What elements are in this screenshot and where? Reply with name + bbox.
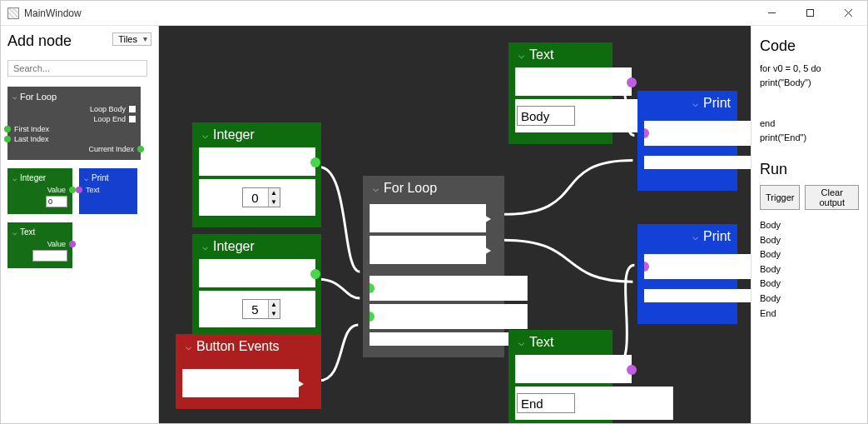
palette-node-integer[interactable]: Integer Value 0 <box>7 168 72 214</box>
port-text2-value-out[interactable] <box>627 365 637 375</box>
node-button-events[interactable]: Button Events On Click <box>176 334 321 409</box>
run-heading: Run <box>760 161 859 178</box>
node-integer-1-spinbox[interactable]: 0 ▲▼ <box>242 187 280 207</box>
spin-up-icon[interactable]: ▲ <box>269 300 280 309</box>
port-text1-value-out[interactable] <box>627 77 637 87</box>
app-icon <box>7 7 19 19</box>
output-line: End <box>760 307 859 322</box>
node-print-2[interactable]: Print Text <box>637 224 737 324</box>
node-forloop-loopbody-label: Loop Body <box>408 212 455 224</box>
node-forloop-loopend-label: Loop End <box>410 244 453 256</box>
code-output: for v0 = 0, 5 do print("Body") end print… <box>760 62 859 144</box>
port-forloop-loopbody-out[interactable] <box>483 214 491 224</box>
palette: For Loop Loop Body Loop End First Index … <box>7 87 151 268</box>
port-forloop-lastindex-in[interactable] <box>370 312 374 322</box>
port-integer1-value-out[interactable] <box>310 157 320 167</box>
search-container <box>7 60 151 77</box>
node-button-events-title: Button Events <box>196 339 280 354</box>
node-text-1[interactable]: Text Value Body <box>508 42 613 144</box>
node-forloop[interactable]: For Loop Loop Body Loop End First Index … <box>363 176 504 357</box>
port-forloop-exec-in[interactable] <box>370 334 373 344</box>
node-text-2-input[interactable]: End <box>517 393 575 413</box>
minimize-button[interactable] <box>752 1 791 25</box>
window-title: MainWindow <box>24 7 82 19</box>
port-forloop-firstindex-in[interactable] <box>370 283 374 293</box>
spin-down-icon[interactable]: ▼ <box>269 309 280 318</box>
port-integer2-value-out[interactable] <box>310 269 320 279</box>
palette-node-forloop[interactable]: For Loop Loop Body Loop End First Index … <box>7 87 141 160</box>
node-forloop-firstindex-label: First Index <box>379 282 426 294</box>
node-integer-2[interactable]: Integer Value 5 ▲▼ <box>192 234 321 339</box>
node-integer-1-title: Integer <box>213 127 255 142</box>
right-panel: Code for v0 = 0, 5 do print("Body") end … <box>751 26 867 423</box>
left-panel: Add node Tiles For Loop Loop Body Loop E… <box>1 26 159 423</box>
node-integer-1-value-label: Value <box>249 156 274 167</box>
app-window: MainWindow Add node Tiles <box>0 0 868 424</box>
close-button[interactable] <box>829 1 867 25</box>
palette-node-text[interactable]: Text Value <box>7 222 72 268</box>
code-heading: Code <box>760 37 859 55</box>
output-line: Body <box>760 247 859 262</box>
search-input[interactable] <box>7 60 147 77</box>
node-text-1-value-label: Value <box>565 76 590 87</box>
titlebar: MainWindow <box>1 1 867 26</box>
content: Add node Tiles For Loop Loop Body Loop E… <box>1 26 867 423</box>
clear-output-button[interactable]: Clear output <box>805 185 859 210</box>
node-integer-2-title: Integer <box>213 239 255 254</box>
output-line: Body <box>760 292 859 307</box>
spin-up-icon[interactable]: ▲ <box>269 188 280 197</box>
output-line: Body <box>760 262 859 277</box>
svg-rect-1 <box>806 10 813 17</box>
node-integer-1[interactable]: Integer Value 0 ▲▼ <box>192 122 321 227</box>
node-integer-2-value-label: Value <box>249 267 274 279</box>
node-text-1-input[interactable]: Body <box>517 106 575 126</box>
node-print-2-textlabel: Text <box>654 261 672 272</box>
viewmode-label: Tiles <box>118 34 137 44</box>
node-text-2-title: Text <box>529 335 553 350</box>
node-text-2[interactable]: Text Value End <box>508 330 613 423</box>
output-line: Body <box>760 218 859 233</box>
node-print-1-textlabel: Text <box>654 127 672 139</box>
window-controls <box>752 1 867 25</box>
maximize-button[interactable] <box>791 1 829 25</box>
node-integer-2-spinbox[interactable]: 5 ▲▼ <box>242 299 280 319</box>
node-forloop-lastindex-label: Last Index <box>379 311 425 322</box>
port-print1-text-in[interactable] <box>644 128 649 138</box>
port-forloop-loopend-out[interactable] <box>483 246 491 256</box>
port-buttonevents-onclick-out[interactable] <box>295 379 304 389</box>
add-node-heading: Add node <box>7 32 72 50</box>
node-print-1[interactable]: Print Text <box>637 91 737 191</box>
canvas[interactable]: Integer Value 0 ▲▼ Integer Value <box>159 26 751 423</box>
trigger-button[interactable]: Trigger <box>760 185 800 210</box>
port-print1-exec-in[interactable] <box>644 157 647 167</box>
node-forloop-title: For Loop <box>384 181 437 196</box>
palette-node-print[interactable]: Print Text <box>79 168 137 214</box>
node-text-1-title: Text <box>529 47 553 62</box>
viewmode-select[interactable]: Tiles <box>112 32 151 46</box>
palette-forloop-title: For Loop <box>20 92 57 102</box>
output-line: Body <box>760 277 859 292</box>
spin-down-icon[interactable]: ▼ <box>269 197 280 207</box>
output-line: Body <box>760 233 859 248</box>
node-print-1-title: Print <box>703 96 731 111</box>
run-output: Body Body Body Body Body Body End <box>760 218 859 321</box>
node-button-events-onclick-label: On Click <box>226 377 263 389</box>
node-print-2-title: Print <box>703 229 731 244</box>
port-print2-text-in[interactable] <box>644 262 649 272</box>
node-text-2-value-label: Value <box>565 363 590 375</box>
port-print2-exec-in[interactable] <box>644 291 647 301</box>
